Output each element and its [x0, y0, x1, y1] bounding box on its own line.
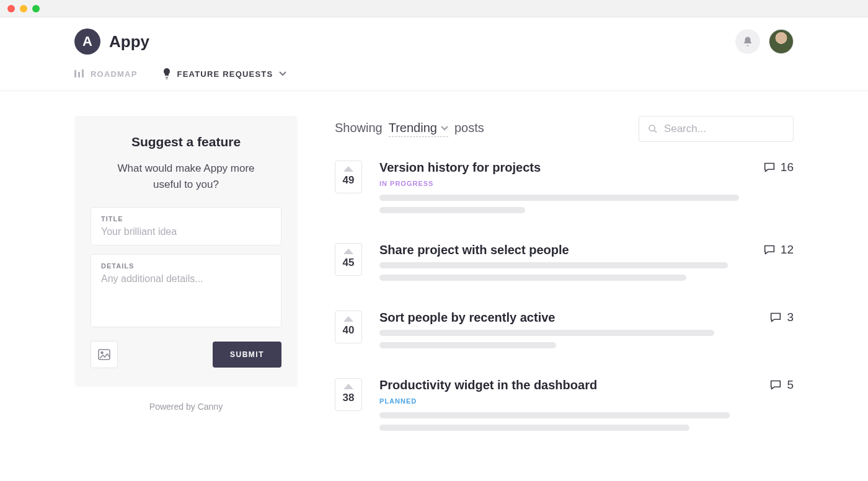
image-icon — [98, 349, 110, 360]
tab-roadmap-label: Roadmap — [91, 69, 138, 79]
post-item[interactable]: 38 Productivity widget in the dashboard … — [335, 378, 794, 437]
title-field: Title — [91, 207, 281, 245]
comments-link[interactable]: 3 — [769, 311, 794, 324]
powered-by-link[interactable]: Powered by Canny — [74, 402, 298, 412]
brand-logo: A — [74, 29, 100, 55]
post-item[interactable]: 49 Version history for projects In Progr… — [335, 161, 794, 219]
window-titlebar — [0, 0, 868, 17]
suggest-subtitle: What would make Appy more useful to you? — [105, 161, 267, 192]
tab-feature-requests-label: Feature Requests — [177, 69, 273, 79]
comment-count: 12 — [781, 243, 794, 257]
comment-icon — [763, 244, 776, 255]
post-status: Planned — [379, 397, 597, 405]
vote-button[interactable]: 40 — [335, 311, 362, 343]
sort-dropdown[interactable]: Trending — [389, 121, 448, 137]
submit-button[interactable]: Submit — [213, 342, 281, 368]
chevron-down-icon — [279, 71, 286, 76]
suggest-feature-panel: Suggest a feature What would make Appy m… — [74, 116, 298, 387]
post-item[interactable]: 45 Share project with select people 12 — [335, 243, 794, 287]
post-title: Sort people by recently active — [379, 311, 555, 325]
post-item[interactable]: 40 Sort people by recently active 3 — [335, 311, 794, 355]
svg-rect-0 — [74, 70, 76, 77]
svg-point-5 — [649, 125, 655, 131]
search-box[interactable] — [639, 116, 794, 142]
upvote-icon — [343, 316, 353, 322]
post-excerpt-line — [379, 425, 689, 431]
comment-icon — [769, 379, 782, 391]
sort-value: Trending — [389, 121, 437, 135]
post-title: Share project with select people — [379, 243, 569, 257]
comments-link[interactable]: 12 — [763, 243, 794, 257]
search-icon — [648, 123, 658, 135]
svg-rect-1 — [78, 72, 80, 77]
details-input[interactable] — [101, 273, 271, 317]
window-maximize-button[interactable] — [32, 5, 40, 12]
svg-line-6 — [654, 130, 657, 133]
window-minimize-button[interactable] — [20, 5, 27, 12]
vote-button[interactable]: 38 — [335, 378, 362, 411]
upvote-icon — [343, 166, 353, 172]
title-input[interactable] — [101, 226, 271, 237]
vote-button[interactable]: 49 — [335, 161, 362, 193]
user-avatar[interactable] — [769, 29, 794, 54]
title-label: Title — [101, 215, 271, 223]
post-excerpt-line — [379, 330, 714, 336]
post-title: Version history for projects — [379, 161, 541, 175]
bell-icon — [742, 36, 753, 47]
comment-icon — [769, 312, 782, 323]
vote-count: 40 — [343, 324, 355, 337]
comments-link[interactable]: 16 — [763, 161, 794, 174]
showing-suffix: posts — [454, 121, 484, 135]
comments-link[interactable]: 5 — [769, 378, 794, 392]
vote-count: 49 — [343, 174, 355, 187]
tab-roadmap[interactable]: Roadmap — [74, 69, 138, 79]
roadmap-icon — [74, 69, 84, 78]
vote-count: 45 — [343, 257, 355, 269]
post-excerpt-line — [379, 195, 739, 201]
post-excerpt-line — [379, 207, 525, 213]
feed-showing-text: Showing Trending posts — [335, 121, 484, 137]
search-input[interactable] — [664, 123, 784, 135]
comment-count: 5 — [787, 378, 794, 392]
details-field: Details — [91, 254, 281, 327]
brand-name: Appy — [109, 32, 149, 51]
tab-feature-requests[interactable]: Feature Requests — [162, 68, 287, 79]
attach-image-button[interactable] — [91, 341, 118, 368]
post-excerpt-line — [379, 412, 730, 418]
lightbulb-icon — [162, 68, 171, 79]
comment-count: 3 — [787, 311, 794, 324]
post-title: Productivity widget in the dashboard — [379, 378, 597, 392]
post-excerpt-line — [379, 275, 686, 281]
post-status: In Progress — [379, 180, 541, 187]
window-close-button[interactable] — [7, 5, 15, 12]
brand[interactable]: A Appy — [74, 29, 149, 55]
chevron-down-icon — [441, 126, 448, 131]
svg-point-4 — [101, 352, 103, 354]
post-excerpt-line — [379, 262, 728, 268]
upvote-icon — [343, 384, 353, 389]
vote-count: 38 — [343, 392, 355, 404]
post-excerpt-line — [379, 342, 556, 348]
notifications-button[interactable] — [735, 29, 760, 54]
comment-icon — [763, 162, 776, 173]
svg-rect-2 — [82, 69, 84, 77]
vote-button[interactable]: 45 — [335, 243, 362, 276]
showing-prefix: Showing — [335, 121, 383, 135]
comment-count: 16 — [781, 161, 794, 174]
upvote-icon — [343, 249, 353, 254]
suggest-title: Suggest a feature — [131, 135, 241, 149]
details-label: Details — [101, 262, 271, 270]
